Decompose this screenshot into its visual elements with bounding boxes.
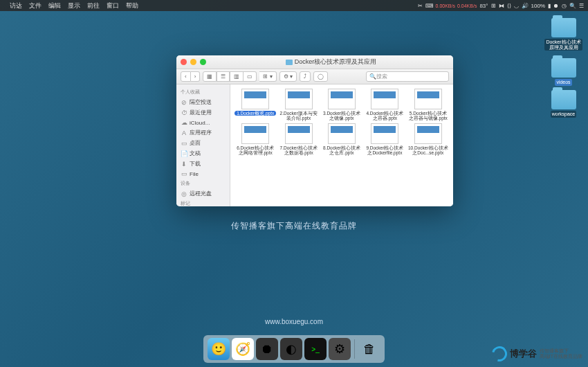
sidebar-item-dev-0[interactable]: ◎远程光盘 [176,188,230,199]
file-item-0[interactable]: 1.Docker概览.pptx [235,89,276,120]
view-columns-button[interactable]: ▥ [230,71,244,82]
file-item-2[interactable]: 3.Docker核心技术之镜像.pptx [321,89,362,120]
screen-record-icon[interactable]: ⏺ [553,3,559,9]
file-label: 4.Docker核心技术之容器.pptx [364,111,405,120]
desktop-icon-1[interactable]: videos [544,58,582,86]
app-menu[interactable]: 访达 [10,1,22,10]
sidebar-item-fav-1[interactable]: ⏱最近使用 [176,107,230,118]
share-button[interactable]: ⤴ [300,71,311,82]
file-label: 1.Docker概览.pptx [235,111,276,116]
wifi-fan-icon[interactable]: ◡ [514,3,519,9]
menu-view[interactable]: 显示 [68,1,80,10]
view-gallery-button[interactable]: ▭ [244,71,257,82]
sidebar-item-label: 最近使用 [190,109,212,116]
file-item-4[interactable]: 5.Docker核心技术之容器与镜像.pptx [407,89,449,120]
file-grid[interactable]: 1.Docker概览.pptx2.Docker版本与安装介绍.pptx3.Doc… [230,84,453,206]
watermark-name: 博学谷 [510,348,537,359]
url-text: www.boxuegu.com [0,318,588,325]
file-label: 5.Docker核心技术之容器与镜像.pptx [407,111,449,120]
sidebar-icon: ◎ [181,190,187,197]
back-button[interactable]: ‹ [181,71,191,82]
tags-button[interactable]: ◯ [313,71,328,82]
sidebar-item-label: 下载 [190,160,201,168]
sidebar-icon: 📄 [181,150,187,157]
battery-percent: 100% [531,3,545,9]
sidebar-item-label: 文稿 [190,150,201,157]
file-thumbnail-icon [328,89,356,109]
sidebar-item-label: File [190,171,199,177]
file-thumbnail-icon [414,89,442,109]
file-thumbnail-icon [371,123,398,144]
view-icons-button[interactable]: ▦ [203,71,217,82]
scissors-icon[interactable]: ✂ [418,3,423,9]
sidebar-item-fav-3[interactable]: A应用程序 [176,127,230,138]
control-center-icon[interactable]: ☰ [579,3,584,9]
desktop-icon-label: Docker核心技术原理及其应用 [544,39,582,51]
desktop-icon-0[interactable]: Docker核心技术原理及其应用 [544,18,582,51]
sidebar-item-fav-6[interactable]: ⬇下载 [176,159,230,169]
finder-titlebar[interactable]: Docker核心技术原理及其应用 [176,55,453,69]
menu-help[interactable]: 帮助 [126,1,138,10]
group-button[interactable]: ⊞ ▾ [259,71,276,82]
keyboard-indicator[interactable]: ⌨ [425,3,434,9]
folder-icon [551,58,576,78]
menubar: 访达 文件 编辑 显示 前往 窗口 帮助 ✂ ⌨ 0.00KB/s 0.04KB… [0,0,588,11]
view-list-button[interactable]: ☰ [217,71,230,82]
watermark-sub1: 传智播客旗下 [540,348,582,354]
sidebar-item-label: 远程光盘 [190,190,212,197]
forward-button[interactable]: › [191,71,201,82]
menu-window[interactable]: 窗口 [107,1,119,10]
file-item-6[interactable]: 7.Docker核心技术之数据卷.pptx [277,123,319,155]
display-icon[interactable]: ⊞ [491,3,496,9]
watermark: 博学谷 传智播客旗下 高端IT在线教育品牌 [492,346,582,361]
file-thumbnail-icon [241,89,269,109]
dock-terminal[interactable]: >_ [304,338,327,360]
watermark-logo-icon [489,343,510,364]
file-label: 9.Docker核心技术之Dockerfile.pptx [364,145,405,155]
sidebar-item-fav-2[interactable]: ☁iCloud... [176,118,230,127]
watermark-sub2: 高端IT在线教育品牌 [540,354,582,359]
maximize-button[interactable] [200,59,206,65]
menu-file[interactable]: 文件 [29,1,42,10]
file-item-9[interactable]: 10.Docker核心技术之Doc...se.pptx [407,123,449,155]
action-button[interactable]: ⚙ ▾ [279,71,297,82]
sidebar-item-fav-0[interactable]: ⊘隔空投送 [176,97,230,107]
dock-app-2[interactable]: ◐ [280,338,302,360]
bluetooth-icon[interactable]: ⧓ [499,3,504,9]
sidebar-item-fav-4[interactable]: ▭桌面 [176,138,230,148]
dock-safari[interactable]: 🧭 [232,338,254,360]
finder-window[interactable]: Docker核心技术原理及其应用 ‹ › ▦ ☰ ▥ ▭ ⊞ ▾ ⚙ ▾ ⤴ ◯… [176,55,453,206]
desktop-icon-2[interactable]: workspace [544,90,582,118]
volume-icon[interactable]: 🔊 [522,3,529,9]
file-thumbnail-icon [414,123,442,144]
dock-obs[interactable]: ⏺ [256,338,278,360]
file-label: 2.Docker版本与安装介绍.pptx [277,111,319,120]
file-item-1[interactable]: 2.Docker版本与安装介绍.pptx [277,89,319,120]
search-icon[interactable]: 🔍 [569,3,576,9]
sidebar-icon: A [181,129,187,136]
sidebar-icon: ⊘ [181,99,187,106]
file-label: 7.Docker核心技术之数据卷.pptx [277,145,319,155]
file-item-7[interactable]: 8.Docker核心技术之仓库.pptx [321,123,362,155]
file-label: 10.Docker核心技术之Doc...se.pptx [407,145,449,155]
file-item-8[interactable]: 9.Docker核心技术之Dockerfile.pptx [364,123,405,155]
search-input[interactable]: 🔍 搜索 [366,71,449,82]
file-item-5[interactable]: 6.Docker核心技术之网络管理.pptx [235,123,276,155]
file-item-3[interactable]: 4.Docker核心技术之容器.pptx [364,89,405,120]
file-thumbnail-icon [285,89,313,109]
dock-finder[interactable]: 🙂 [208,338,230,360]
wifi-icon[interactable]: ⟨⟩ [507,3,511,9]
search-icon: 🔍 [369,73,376,80]
sidebar-item-fav-5[interactable]: 📄文稿 [176,148,230,159]
dock-settings[interactable]: ⚙ [329,338,351,360]
minimize-button[interactable] [190,59,196,65]
menu-go[interactable]: 前往 [87,1,100,10]
menu-edit[interactable]: 编辑 [48,1,61,10]
close-button[interactable] [181,59,187,65]
desktop-icon-label: videos [555,79,571,86]
dock-trash[interactable]: 🗑 [358,338,380,360]
battery-icon[interactable]: ▮ [548,3,551,9]
clock-icon[interactable]: ◷ [562,3,567,9]
sidebar-header-tags: 标记 [176,199,230,206]
sidebar-item-fav-7[interactable]: ▭File [176,169,230,179]
